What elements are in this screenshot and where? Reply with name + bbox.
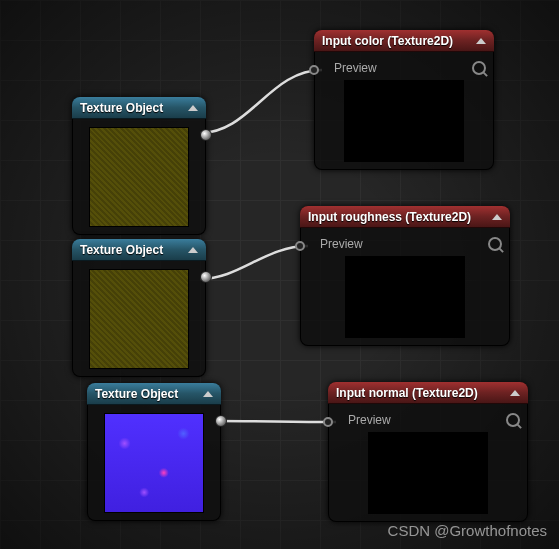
triangle-up-icon[interactable] — [203, 391, 213, 397]
texture-thumbnail — [89, 127, 189, 227]
output-pin[interactable] — [200, 129, 212, 141]
input-pin[interactable] — [323, 417, 333, 427]
triangle-up-icon[interactable] — [476, 38, 486, 44]
triangle-up-icon[interactable] — [188, 247, 198, 253]
node-texture-object-2[interactable]: Texture Object — [72, 239, 206, 377]
node-header[interactable]: Texture Object — [87, 383, 221, 405]
node-title: Texture Object — [95, 387, 178, 401]
node-header[interactable]: Texture Object — [72, 239, 206, 261]
node-input-normal[interactable]: Input normal (Texture2D) Preview — [328, 382, 528, 522]
preview-thumbnail — [345, 256, 465, 338]
node-texture-object-3[interactable]: Texture Object — [87, 383, 221, 521]
preview-thumbnail — [368, 432, 488, 514]
node-input-roughness[interactable]: Input roughness (Texture2D) Preview — [300, 206, 510, 346]
node-body — [72, 119, 206, 235]
input-pin[interactable] — [309, 65, 319, 75]
node-header[interactable]: Texture Object — [72, 97, 206, 119]
output-pin[interactable] — [215, 415, 227, 427]
triangle-up-icon[interactable] — [510, 390, 520, 396]
node-body: Preview — [300, 228, 510, 346]
node-title: Input roughness (Texture2D) — [308, 210, 471, 224]
preview-label: Preview — [320, 237, 363, 251]
node-title: Input color (Texture2D) — [322, 34, 453, 48]
node-body: Preview — [314, 52, 494, 170]
node-title: Texture Object — [80, 243, 163, 257]
magnifier-icon[interactable] — [506, 413, 520, 427]
texture-thumbnail — [89, 269, 189, 369]
node-header[interactable]: Input normal (Texture2D) — [328, 382, 528, 404]
node-input-color[interactable]: Input color (Texture2D) Preview — [314, 30, 494, 170]
node-title: Texture Object — [80, 101, 163, 115]
preview-label: Preview — [334, 61, 377, 75]
node-body — [72, 261, 206, 377]
node-texture-object-1[interactable]: Texture Object — [72, 97, 206, 235]
node-header[interactable]: Input color (Texture2D) — [314, 30, 494, 52]
texture-thumbnail — [104, 413, 204, 513]
preview-label: Preview — [348, 413, 391, 427]
triangle-up-icon[interactable] — [188, 105, 198, 111]
magnifier-icon[interactable] — [472, 61, 486, 75]
triangle-up-icon[interactable] — [492, 214, 502, 220]
magnifier-icon[interactable] — [488, 237, 502, 251]
node-title: Input normal (Texture2D) — [336, 386, 478, 400]
input-pin[interactable] — [295, 241, 305, 251]
node-body — [87, 405, 221, 521]
preview-thumbnail — [344, 80, 464, 162]
output-pin[interactable] — [200, 271, 212, 283]
node-header[interactable]: Input roughness (Texture2D) — [300, 206, 510, 228]
node-body: Preview — [328, 404, 528, 522]
